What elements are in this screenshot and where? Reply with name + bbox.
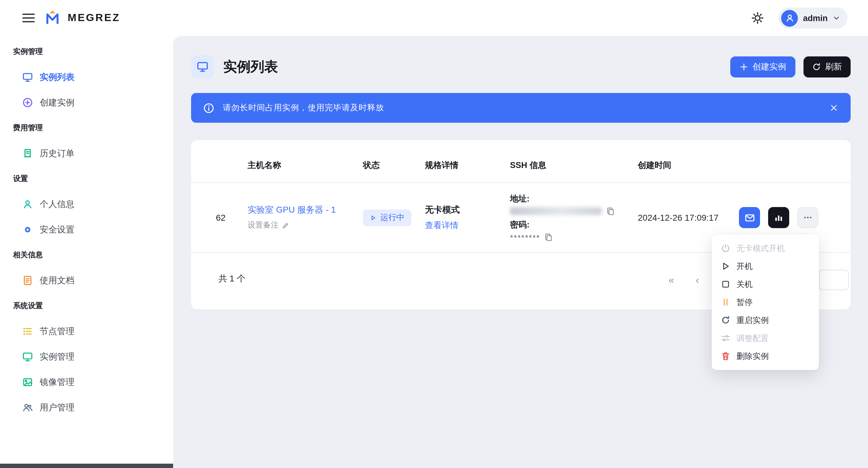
sidebar-item-image-management[interactable]: 镜像管理	[0, 369, 173, 395]
mail-action-button[interactable]	[739, 207, 760, 228]
gear-icon	[22, 224, 33, 235]
col-hostname: 主机名称	[248, 160, 363, 171]
menu-item-pause[interactable]: 暂停	[712, 293, 819, 311]
trash-icon	[721, 352, 730, 361]
ssh-address-label: 地址:	[510, 193, 638, 204]
ssh-password-value: ********	[510, 233, 540, 242]
copy-password-icon[interactable]	[545, 233, 553, 242]
spec-mode: 无卡模式	[425, 204, 510, 215]
brand-name: MEGREZ	[68, 12, 120, 24]
user-name: admin	[803, 13, 828, 23]
menu-item-restart[interactable]: 重启实例	[712, 311, 819, 329]
table-header-row: 主机名称 状态 规格详情 SSH 信息 创建时间	[191, 149, 850, 183]
power-icon	[721, 244, 730, 253]
pause-icon	[721, 298, 730, 307]
more-actions-button[interactable]	[797, 207, 818, 228]
col-ssh: SSH 信息	[510, 160, 638, 171]
main-area: 实例列表 创建实例 刷新	[173, 36, 868, 468]
menu-item-power-on[interactable]: 开机	[712, 257, 819, 275]
sidebar-section-system: 系统设置	[0, 293, 173, 319]
ellipsis-icon	[803, 212, 813, 223]
created-time: 2024-12-26 17:09:17	[638, 212, 739, 223]
document-icon	[22, 275, 33, 286]
play-icon	[721, 262, 730, 271]
spec-cell: 无卡模式 查看详情	[425, 204, 510, 231]
menu-item-nocard-boot[interactable]: 无卡模式开机	[712, 239, 819, 257]
sidebar-item-order-history[interactable]: 历史订单	[0, 141, 173, 166]
ssh-address-redacted	[510, 207, 602, 215]
info-icon	[204, 103, 214, 113]
row-id: 62	[191, 212, 248, 223]
monitor-icon	[197, 61, 209, 72]
pencil-icon	[282, 222, 289, 229]
create-instance-button[interactable]: 创建实例	[730, 56, 796, 77]
pagination-first-button[interactable]: «	[661, 270, 681, 290]
sidebar-item-instance-list[interactable]: 实例列表	[0, 64, 173, 90]
status-badge: 运行中	[363, 209, 411, 226]
total-count: 共 1 个	[218, 273, 245, 285]
menu-item-shutdown[interactable]: 关机	[712, 275, 819, 293]
image-icon	[22, 377, 33, 388]
instance-actions-menu: 无卡模式开机 开机 关机 暂停 重启实例	[712, 234, 819, 370]
app-root: MEGREZ admin 实例管理	[0, 0, 868, 468]
list-icon	[22, 326, 33, 337]
refresh-button[interactable]: 刷新	[804, 56, 850, 77]
ssh-cell: 地址: 密码: ********	[510, 193, 638, 242]
menu-item-adjust-config[interactable]: 调整配置	[712, 329, 819, 347]
sidebar-item-profile[interactable]: 个人信息	[0, 192, 173, 217]
monitor-icon	[22, 72, 33, 82]
topbar-right: admin	[751, 7, 847, 29]
ssh-password-label: 密码:	[510, 219, 638, 230]
brand-logo-icon	[45, 10, 61, 26]
menu-item-delete-instance[interactable]: 删除实例	[712, 347, 819, 365]
sidebar-item-instance-admin[interactable]: 实例管理	[0, 344, 173, 369]
avatar-icon	[781, 10, 798, 26]
envelope-icon	[744, 212, 755, 223]
plus-icon	[740, 62, 748, 71]
banner-text: 请勿长时间占用实例，使用完毕请及时释放	[223, 102, 384, 113]
play-icon	[370, 214, 377, 221]
page-title: 实例列表	[223, 57, 278, 76]
instance-name-link[interactable]: 实验室 GPU 服务器 - 1	[248, 205, 363, 216]
col-spec: 规格详情	[425, 160, 510, 171]
stop-icon	[721, 279, 730, 289]
sidebar-section-info: 相关信息	[0, 242, 173, 268]
restart-icon	[721, 315, 730, 325]
page-title-icon-box	[191, 55, 214, 78]
chevron-down-icon	[833, 14, 840, 22]
user-menu[interactable]: admin	[779, 7, 847, 29]
sidebar-bottom-bar	[0, 464, 173, 468]
copy-address-icon[interactable]	[606, 207, 615, 215]
col-created: 创建时间	[638, 160, 739, 171]
sidebar-section-settings: 设置	[0, 166, 173, 192]
users-icon	[22, 402, 33, 413]
set-note-link[interactable]: 设置备注	[248, 220, 363, 231]
monitor-stats-button[interactable]	[768, 207, 789, 228]
topbar: MEGREZ admin	[0, 0, 868, 36]
banner-close-icon[interactable]	[830, 103, 838, 112]
menu-toggle-icon[interactable]	[22, 14, 35, 22]
theme-toggle-icon[interactable]	[751, 12, 764, 24]
sidebar-item-create-instance[interactable]: 创建实例	[0, 90, 173, 115]
sidebar-item-user-management[interactable]: 用户管理	[0, 395, 173, 420]
hostname-cell: 实验室 GPU 服务器 - 1 设置备注	[248, 205, 363, 231]
spec-details-link[interactable]: 查看详情	[425, 220, 510, 231]
sidebar-section-billing: 费用管理	[0, 115, 173, 141]
sliders-icon	[721, 333, 730, 343]
status-cell: 运行中	[363, 209, 425, 226]
row-actions	[739, 207, 850, 228]
sidebar-item-node-management[interactable]: 节点管理	[0, 319, 173, 344]
sidebar: 实例管理 实例列表 创建实例 费用管理 历史订单 设置 个人信息	[0, 36, 173, 468]
refresh-icon	[812, 62, 821, 71]
plus-circle-icon	[22, 97, 33, 108]
person-icon	[22, 199, 33, 209]
receipt-icon	[22, 148, 33, 159]
sidebar-item-docs[interactable]: 使用文档	[0, 268, 173, 293]
page-size-select[interactable]	[819, 270, 849, 290]
sidebar-item-security-settings[interactable]: 安全设置	[0, 217, 173, 242]
pagination-prev-button[interactable]: ‹	[687, 270, 707, 290]
col-status: 状态	[363, 160, 425, 171]
bar-chart-icon	[774, 212, 784, 223]
page-header: 实例列表 创建实例 刷新	[191, 55, 850, 78]
sidebar-section-instance-mgmt: 实例管理	[0, 39, 173, 64]
